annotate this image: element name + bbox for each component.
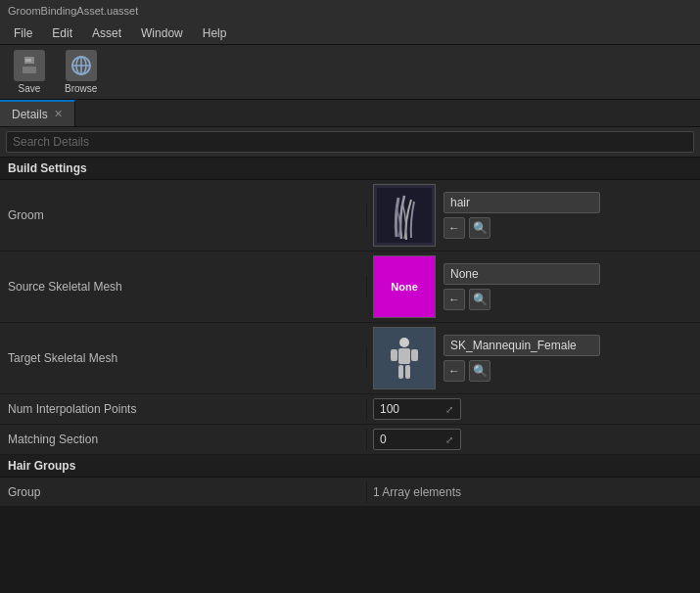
svg-rect-3 <box>25 59 31 62</box>
num-interpolation-points-value: ⤢ <box>367 394 700 424</box>
group-array-text: 1 Array elements <box>373 485 461 499</box>
target-skeletal-mesh-actions: ← 🔍 <box>443 360 600 382</box>
menu-window[interactable]: Window <box>131 24 193 42</box>
target-skeletal-mesh-dropdown[interactable]: SK_Mannequin_Female <box>443 335 600 356</box>
target-skeletal-mesh-controls: SK_Mannequin_Female ← 🔍 <box>443 335 600 382</box>
num-interpolation-points-input-container: ⤢ <box>373 398 461 420</box>
group-row: Group 1 Array elements <box>0 478 700 507</box>
svg-rect-2 <box>23 67 36 73</box>
matching-section-row: Matching Section ⤢ <box>0 425 700 455</box>
source-skeletal-mesh-controls: None ← 🔍 <box>443 263 600 310</box>
svg-rect-11 <box>398 348 410 364</box>
search-input[interactable] <box>6 131 694 153</box>
tab-close-icon[interactable]: ✕ <box>54 108 63 120</box>
target-skeletal-mesh-selector: SK_Mannequin_Female <box>443 335 600 356</box>
matching-section-input[interactable] <box>374 430 443 449</box>
menu-help[interactable]: Help <box>193 24 237 42</box>
groom-back-button[interactable]: ← <box>443 217 465 239</box>
source-skeletal-mesh-label: Source Skeletal Mesh <box>0 276 367 297</box>
group-label: Group <box>0 481 367 503</box>
menu-file[interactable]: File <box>4 24 42 42</box>
menu-asset[interactable]: Asset <box>82 24 131 42</box>
title-bar: GroomBindingAsset.uasset <box>0 0 700 22</box>
target-skeletal-mesh-back-button[interactable]: ← <box>443 360 465 382</box>
groom-controls: hair ← 🔍 <box>443 192 600 239</box>
menu-edit[interactable]: Edit <box>42 24 82 42</box>
title-text: GroomBindingAsset.uasset <box>8 5 138 17</box>
svg-rect-13 <box>411 349 418 361</box>
build-settings-header: Build Settings <box>0 158 700 180</box>
svg-point-10 <box>399 338 409 347</box>
svg-rect-15 <box>405 365 410 379</box>
svg-rect-12 <box>391 349 397 361</box>
source-skeletal-mesh-thumbnail[interactable]: None <box>373 255 436 318</box>
group-value: 1 Array elements <box>367 481 700 503</box>
groom-dropdown[interactable]: hair <box>443 192 600 213</box>
target-skeletal-mesh-row: Target Skeletal Mesh SK_Mannequin_Fe <box>0 323 700 394</box>
browse-label: Browse <box>65 83 97 94</box>
matching-section-value: ⤢ <box>367 425 700 454</box>
groom-thumbnail[interactable] <box>373 184 436 247</box>
hair-groups-header: Hair Groups <box>0 455 700 478</box>
source-skeletal-mesh-search-button[interactable]: 🔍 <box>469 289 490 310</box>
num-interpolation-points-label: Num Interpolation Points <box>0 398 367 420</box>
tab-details-label: Details <box>12 108 48 121</box>
save-button[interactable]: Save <box>8 46 51 98</box>
num-interpolation-points-input[interactable] <box>374 399 443 419</box>
browse-button[interactable]: Browse <box>59 46 103 98</box>
tab-details[interactable]: Details ✕ <box>0 100 75 126</box>
groom-selector: hair <box>443 192 600 213</box>
search-bar <box>0 127 700 158</box>
none-text: None <box>391 281 418 293</box>
target-skeletal-mesh-search-button[interactable]: 🔍 <box>469 360 490 382</box>
groom-label: Groom <box>0 205 367 226</box>
groom-value: hair ← 🔍 <box>367 180 700 251</box>
matching-section-expand-icon[interactable]: ⤢ <box>443 434 456 445</box>
groom-actions: ← 🔍 <box>443 217 600 239</box>
browse-icon <box>66 50 97 81</box>
tab-bar: Details ✕ <box>0 100 700 127</box>
toolbar: Save Browse <box>0 45 700 100</box>
content-area: Build Settings Groom h <box>0 158 700 507</box>
source-skeletal-mesh-back-button[interactable]: ← <box>443 289 465 310</box>
matching-section-label: Matching Section <box>0 429 367 450</box>
num-interpolation-points-row: Num Interpolation Points ⤢ <box>0 394 700 425</box>
target-skeletal-mesh-label: Target Skeletal Mesh <box>0 347 367 369</box>
num-interpolation-expand-icon[interactable]: ⤢ <box>443 404 456 415</box>
save-label: Save <box>19 83 41 94</box>
save-icon <box>14 50 45 81</box>
target-skeletal-mesh-value: SK_Mannequin_Female ← 🔍 <box>367 323 700 393</box>
source-skeletal-mesh-selector: None <box>443 263 600 285</box>
matching-section-input-container: ⤢ <box>373 429 461 450</box>
source-skeletal-mesh-row: Source Skeletal Mesh None None ← 🔍 <box>0 251 700 323</box>
groom-row: Groom hair <box>0 180 700 251</box>
source-skeletal-mesh-dropdown[interactable]: None <box>443 263 600 285</box>
target-skeletal-mesh-thumbnail[interactable] <box>373 327 436 389</box>
source-skeletal-mesh-value: None None ← 🔍 <box>367 251 700 322</box>
svg-rect-14 <box>398 365 403 379</box>
source-skeletal-mesh-actions: ← 🔍 <box>443 289 600 310</box>
groom-search-button[interactable]: 🔍 <box>469 217 490 239</box>
menu-bar: File Edit Asset Window Help <box>0 22 700 45</box>
